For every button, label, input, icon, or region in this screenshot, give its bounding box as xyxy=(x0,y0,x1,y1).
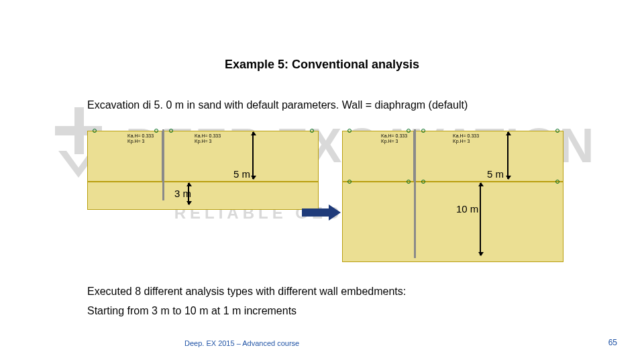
dim-embedment: 10 m xyxy=(456,203,478,215)
intro-text: Excavation di 5. 0 m in sand with defaul… xyxy=(87,99,468,111)
param-text: Kp.H= 3 xyxy=(195,139,212,143)
soil-param-label: Ka.H= 0.333 Kp.H= 3 xyxy=(127,133,154,143)
surface-marker-icon xyxy=(93,129,97,133)
soil-block xyxy=(342,182,564,262)
conclusion-line-1: Executed 8 different analysis types with… xyxy=(87,286,406,298)
diaphragm-wall xyxy=(162,129,164,200)
surface-marker-icon xyxy=(555,129,559,133)
surface-marker-icon xyxy=(347,129,352,133)
dim-excavation-depth: 5 m xyxy=(233,168,250,180)
param-text: Kp.H= 3 xyxy=(453,139,470,143)
soil-param-label: Ka.H= 0.333 Kp.H= 3 xyxy=(381,133,407,143)
param-text: Ka.H= 0.333 xyxy=(127,133,154,138)
surface-marker-icon xyxy=(154,129,158,133)
surface-marker-icon xyxy=(555,180,559,184)
slide: DEEP EXCAVATION RELIABLE GEOEXPERTISE Ex… xyxy=(0,0,644,362)
diaphragm-wall xyxy=(414,129,416,258)
surface-marker-icon xyxy=(407,129,411,133)
param-text: Kp.H= 3 xyxy=(381,139,398,143)
soil-block xyxy=(87,182,319,210)
footer-page-number: 65 xyxy=(608,338,617,347)
surface-marker-icon xyxy=(169,129,173,133)
surface-marker-icon xyxy=(421,129,425,133)
svg-rect-0 xyxy=(74,107,84,154)
conclusion-line-2: Starting from 3 m to 10 m at 1 m increme… xyxy=(87,305,297,317)
surface-marker-icon xyxy=(407,180,411,184)
param-text: Ka.H= 0.333 xyxy=(195,133,221,138)
footer-course: Deep. EX 2015 – Advanced course xyxy=(184,339,299,347)
surface-marker-icon xyxy=(310,129,314,133)
dim-excavation-depth: 5 m xyxy=(487,168,504,180)
soil-param-label: Ka.H= 0.333 Kp.H= 3 xyxy=(453,133,479,143)
param-text: Ka.H= 0.333 xyxy=(453,133,479,138)
dim-arrow-icon xyxy=(480,183,481,255)
slide-title: Example 5: Conventional analysis xyxy=(0,58,644,72)
soil-param-label: Ka.H= 0.333 Kp.H= 3 xyxy=(195,133,221,143)
dim-arrow-icon xyxy=(252,132,254,179)
diagram-left: Ka.H= 0.333 Kp.H= 3 Ka.H= 0.333 Kp.H= 3 … xyxy=(87,131,319,265)
param-text: Kp.H= 3 xyxy=(127,139,145,143)
diagram-right: Ka.H= 0.333 Kp.H= 3 Ka.H= 0.333 Kp.H= 3 … xyxy=(342,131,564,265)
param-text: Ka.H= 0.333 xyxy=(381,133,407,138)
dim-arrow-icon xyxy=(507,132,508,179)
surface-marker-icon xyxy=(421,180,425,184)
surface-marker-icon xyxy=(347,180,352,184)
dim-embedment: 3 m xyxy=(174,188,191,199)
